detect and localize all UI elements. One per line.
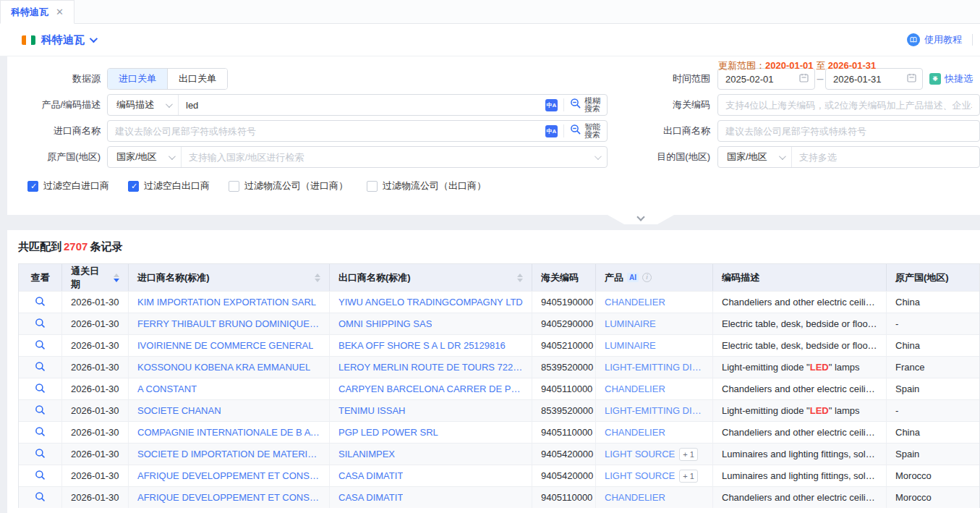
- origin-country-input[interactable]: [182, 152, 595, 163]
- view-detail-button[interactable]: [35, 470, 46, 483]
- info-icon[interactable]: i: [642, 273, 652, 282]
- search-icon: [570, 98, 581, 112]
- importer-link[interactable]: AFRIQUE DEVELOPPEMENT ET CONSTRUCT...: [137, 470, 320, 481]
- hs-code-value: 8539520000: [541, 405, 593, 416]
- view-detail-button[interactable]: [35, 383, 46, 396]
- code-description: Chandeliers and other electric ceiling..…: [722, 427, 877, 438]
- tutorial-book-icon: [907, 33, 920, 46]
- origin-country-value: China: [895, 427, 920, 438]
- destination-type-select[interactable]: 国家/地区: [718, 147, 792, 167]
- origin-country-label: 原产国(地区): [7, 150, 107, 164]
- exporter-link[interactable]: SILANIMPEX: [338, 449, 395, 459]
- product-extra-badge[interactable]: + 1: [679, 448, 698, 461]
- code-description: Chandeliers and other electric ceiling..…: [722, 492, 877, 503]
- sort-icons-date[interactable]: [114, 274, 119, 282]
- view-detail-button[interactable]: [35, 318, 46, 331]
- view-detail-button[interactable]: [35, 491, 46, 504]
- checkbox-icon[interactable]: [367, 181, 378, 192]
- product-desc-type-select[interactable]: 编码描述: [108, 95, 179, 115]
- destination-input[interactable]: [792, 152, 979, 163]
- exporter-link[interactable]: OMNI SHIPPING SAS: [338, 318, 432, 329]
- collapse-filters-handle[interactable]: [608, 215, 674, 224]
- exporter-link[interactable]: CARPYEN BARCELONA CARRER DE PERE IV: [338, 383, 523, 394]
- product-link[interactable]: CHANDELIER: [605, 297, 665, 308]
- importer-link[interactable]: KIM IMPORTATION EXPORTATION SARL: [137, 297, 316, 308]
- origin-type-select[interactable]: 国家/地区: [108, 147, 182, 167]
- checkbox-icon[interactable]: [128, 181, 139, 192]
- exporter-link[interactable]: CASA DIMATIT: [338, 470, 403, 481]
- product-link[interactable]: CHANDELIER: [605, 383, 665, 394]
- product-link[interactable]: LIGHT SOURCE: [605, 449, 675, 459]
- importer-link[interactable]: SOCIETE D IMPORTATION DE MATERIAUX E...: [137, 449, 320, 459]
- checkbox-filter-logistics-exporter[interactable]: 过滤物流公司（出口商）: [367, 179, 486, 192]
- view-detail-button[interactable]: [35, 296, 46, 309]
- cote-divoire-flag-icon: [22, 35, 35, 45]
- product-extra-badge[interactable]: + 1: [679, 470, 698, 483]
- exporter-link[interactable]: YIWU ANGELO TRADINGCOMPAGNY LTD: [338, 297, 523, 308]
- tab-cote-divoire[interactable]: 科特迪瓦 ✕: [0, 0, 74, 24]
- input-divider: [563, 124, 564, 137]
- chevron-down-icon[interactable]: [90, 35, 98, 43]
- importer-link[interactable]: FERRY THIBAULT BRUNO DOMINIQUE THO...: [137, 318, 320, 329]
- quick-select-button[interactable]: 快捷选: [929, 72, 973, 85]
- importer-link[interactable]: SOCIETE CHANAN: [137, 405, 221, 416]
- importer-input[interactable]: [108, 126, 545, 137]
- exporter-input[interactable]: [717, 120, 980, 142]
- exporter-link[interactable]: BEKA OFF SHORE S A L DR 25129816: [338, 340, 506, 351]
- origin-country-value: -: [895, 405, 898, 416]
- toggle-import-declarations[interactable]: 进口关单: [108, 69, 167, 89]
- page-content: 更新范围：2020-01-01 至 2026-01-31 数据源 进口关单 出口…: [0, 56, 980, 513]
- view-detail-button[interactable]: [35, 339, 46, 352]
- hs-code-value: 9405420000: [541, 449, 593, 459]
- col-header-hscode: 海关编码: [532, 264, 596, 291]
- hs-code-input[interactable]: [717, 94, 980, 116]
- translate-icon[interactable]: 中A: [545, 99, 558, 111]
- checkbox-icon[interactable]: [229, 181, 239, 192]
- importer-link[interactable]: KOSSONOU KOBENA KRA EMMANUEL: [137, 362, 310, 373]
- exporter-link[interactable]: TENIMU ISSAH: [338, 405, 405, 416]
- fuzzy-search-button[interactable]: 模糊搜索: [570, 97, 607, 113]
- clearance-date: 2026-01-30: [71, 340, 119, 351]
- view-detail-button[interactable]: [35, 404, 46, 417]
- close-icon[interactable]: ✕: [56, 7, 64, 17]
- product-link[interactable]: LIGHT SOURCE: [605, 470, 675, 481]
- product-link[interactable]: LUMINAIRE: [605, 340, 656, 351]
- checkbox-filter-blank-importer[interactable]: 过滤空白进口商: [27, 179, 109, 192]
- table-row: 2026-01-30 SOCIETE D IMPORTATION DE MATE…: [19, 443, 979, 465]
- origin-country-value: China: [895, 297, 920, 308]
- importer-link[interactable]: A CONSTANT: [137, 383, 197, 394]
- sort-icons-exporter[interactable]: [517, 274, 523, 282]
- exporter-link[interactable]: CASA DIMATIT: [338, 492, 403, 503]
- smart-search-button[interactable]: 智能搜索: [570, 123, 607, 139]
- toggle-export-declarations[interactable]: 出口关单: [167, 69, 227, 89]
- checkbox-filter-blank-exporter[interactable]: 过滤空白出口商: [128, 179, 210, 192]
- table-row: 2026-01-30 KIM IMPORTATION EXPORTATION S…: [19, 291, 979, 313]
- tutorial-button[interactable]: 使用教程: [907, 33, 962, 46]
- product-link[interactable]: LIGHT-EMITTING DIODE: [605, 362, 704, 373]
- product-link[interactable]: CHANDELIER: [605, 492, 665, 503]
- view-detail-button[interactable]: [35, 426, 46, 439]
- checkbox-icon[interactable]: [27, 181, 38, 192]
- sort-icons-importer[interactable]: [315, 274, 320, 282]
- translate-icon[interactable]: 中A: [545, 125, 558, 137]
- time-range-label: 时间范围: [608, 72, 717, 85]
- view-detail-button[interactable]: [35, 448, 46, 461]
- exporter-link[interactable]: PGP LED POWER SRL: [338, 427, 438, 438]
- view-detail-button[interactable]: [35, 361, 46, 374]
- importer-link[interactable]: IVOIRIENNE DE COMMERCE GENERAL: [137, 340, 313, 351]
- importer-link[interactable]: AFRIQUE DEVELOPPEMENT ET CONSTRUCT...: [137, 492, 320, 503]
- code-description: Chandeliers and other electric ceiling..…: [722, 383, 877, 394]
- origin-country-value: Spain: [895, 449, 919, 459]
- exporter-link[interactable]: LEROY MERLIN ROUTE DE TOURS 72230 M: [338, 362, 523, 373]
- product-link[interactable]: LIGHT-EMITTING DIODE: [605, 405, 704, 416]
- results-table: 查看 通关日期 进口商名称(标准) 出口商名称(标准) 海关编码 产品 AI: [18, 263, 980, 508]
- hs-code-label: 海关编码: [608, 98, 717, 111]
- code-description: Light-emitting diode "LED" lamps: [722, 362, 860, 373]
- exporter-label: 出口商名称: [608, 124, 717, 137]
- importer-link[interactable]: COMPAGNIE INTERNATIONALE DE B A T E R: [137, 427, 320, 438]
- product-link[interactable]: LUMINAIRE: [605, 318, 656, 329]
- product-desc-input[interactable]: [179, 100, 545, 111]
- product-link[interactable]: CHANDELIER: [605, 427, 665, 438]
- hs-code-value: 9405420000: [541, 470, 593, 481]
- checkbox-filter-logistics-importer[interactable]: 过滤物流公司（进口商）: [229, 179, 348, 192]
